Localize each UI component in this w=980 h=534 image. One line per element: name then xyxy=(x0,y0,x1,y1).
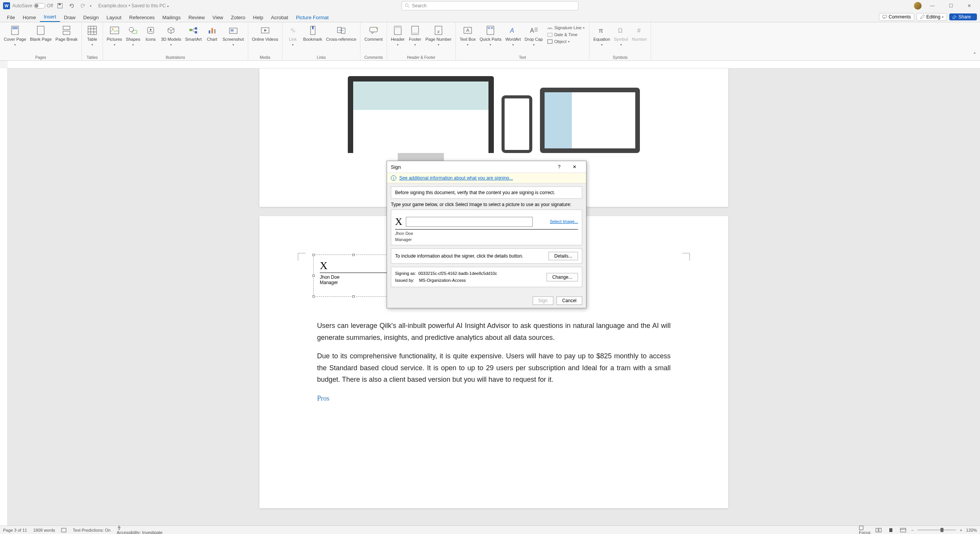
svg-point-16 xyxy=(112,28,113,30)
tab-layout[interactable]: Layout xyxy=(103,13,125,22)
object-button[interactable]: Object▾ xyxy=(546,38,585,45)
tab-zotero[interactable]: Zotero xyxy=(227,13,249,22)
group-comments: +Comment Comments xyxy=(360,22,387,60)
cross-reference-button[interactable]: Cross-reference xyxy=(324,24,358,43)
tab-mailings[interactable]: Mailings xyxy=(159,13,185,22)
textbox-icon: A xyxy=(463,25,473,35)
cube-icon xyxy=(166,25,176,35)
tab-help[interactable]: Help xyxy=(249,13,267,22)
shapes-button[interactable]: Shapes▾ xyxy=(125,24,142,48)
user-avatar[interactable] xyxy=(914,2,922,10)
tab-draw[interactable]: Draw xyxy=(60,13,79,22)
svg-line-3 xyxy=(408,7,410,8)
bookmark-button[interactable]: Bookmark xyxy=(302,24,324,43)
header-icon xyxy=(393,25,403,35)
autosave-toggle[interactable]: AutoSave Off xyxy=(12,3,53,8)
svg-rect-7 xyxy=(37,26,44,35)
page-break-button[interactable]: Page Break xyxy=(54,24,79,43)
group-label-illustrations: Illustrations xyxy=(105,55,246,60)
date-time-button[interactable]: Date & Time xyxy=(546,32,585,38)
online-videos-button[interactable]: Online Videos xyxy=(251,24,280,43)
autosave-switch[interactable] xyxy=(34,3,45,8)
footer-button[interactable]: Footer▾ xyxy=(407,24,423,48)
undo-icon[interactable] xyxy=(67,1,76,10)
minimize-icon[interactable]: — xyxy=(925,0,940,12)
signature-line-button[interactable]: Signature Line▾ xyxy=(546,25,585,31)
tab-insert[interactable]: Insert xyxy=(40,12,60,22)
text-box-button[interactable]: AText Box▾ xyxy=(458,24,477,48)
blank-page-button[interactable]: Blank Page xyxy=(28,24,53,43)
comments-button[interactable]: Comments xyxy=(879,13,914,21)
svg-text:π: π xyxy=(599,27,603,34)
video-icon xyxy=(260,25,270,35)
document-title[interactable]: Example.docx • Saved to this PC ▾ xyxy=(98,3,169,8)
svg-rect-26 xyxy=(209,30,210,33)
quick-parts-button[interactable]: Quick Parts▾ xyxy=(478,24,503,48)
chart-button[interactable]: Chart xyxy=(204,24,220,43)
share-button[interactable]: Share▾ xyxy=(949,13,977,20)
tab-view[interactable]: View xyxy=(209,13,227,22)
comment-button[interactable]: +Comment xyxy=(363,24,384,43)
horizontal-ruler[interactable] xyxy=(8,61,980,68)
group-pages: Cover Page▾ Blank Page Page Break Pages xyxy=(0,22,82,60)
close-icon[interactable]: ✕ xyxy=(962,0,977,12)
editing-mode-button[interactable]: Editing▾ xyxy=(917,13,947,21)
group-symbols: πEquation▾ ΩSymbol▾ #Number Symbols xyxy=(590,22,651,60)
svg-line-24 xyxy=(192,28,195,30)
autosave-label: AutoSave xyxy=(12,3,32,8)
tab-design[interactable]: Design xyxy=(80,13,103,22)
table-button[interactable]: Table▾ xyxy=(84,24,100,48)
equation-button[interactable]: πEquation▾ xyxy=(592,24,611,48)
symbol-button[interactable]: ΩSymbol▾ xyxy=(613,24,630,48)
number-button[interactable]: #Number xyxy=(630,24,648,43)
smartart-icon xyxy=(188,25,198,35)
icons-button[interactable]: Icons xyxy=(143,24,159,43)
crossref-icon xyxy=(336,25,346,35)
tab-acrobat[interactable]: Acrobat xyxy=(267,13,292,22)
svg-rect-4 xyxy=(883,15,887,18)
smartart-button[interactable]: SmartArt xyxy=(183,24,203,43)
svg-rect-15 xyxy=(110,27,119,34)
qat-more-icon[interactable]: ▾ xyxy=(90,4,91,8)
wordart-button[interactable]: AWordArt▾ xyxy=(504,24,522,48)
search-box[interactable]: Search xyxy=(402,1,578,10)
pencil-icon xyxy=(920,15,925,19)
header-button[interactable]: Header▾ xyxy=(389,24,406,48)
cover-page-button[interactable]: Cover Page▾ xyxy=(2,24,28,48)
symbol-icon: Ω xyxy=(616,25,626,35)
page-number-icon: # xyxy=(434,25,443,35)
3d-models-button[interactable]: 3D Models▾ xyxy=(159,24,183,48)
group-label-symbols: Symbols xyxy=(592,55,648,60)
ribbon: Cover Page▾ Blank Page Page Break Pages … xyxy=(0,22,980,61)
autosave-state: Off xyxy=(47,3,53,8)
svg-point-2 xyxy=(405,4,409,7)
search-placeholder: Search xyxy=(412,3,427,8)
drop-cap-button[interactable]: ADrop Cap▾ xyxy=(523,24,544,48)
maximize-icon[interactable]: ☐ xyxy=(943,0,958,12)
pictures-button[interactable]: Pictures▾ xyxy=(105,24,124,48)
page-number-button[interactable]: #Page Number▾ xyxy=(424,24,453,48)
word-app-icon: W xyxy=(3,2,10,9)
svg-point-20 xyxy=(150,29,151,30)
link-icon xyxy=(288,25,298,35)
tab-picture-format[interactable]: Picture Format xyxy=(292,13,332,22)
tab-file[interactable]: File xyxy=(3,13,19,22)
tab-references[interactable]: References xyxy=(125,13,158,22)
link-button[interactable]: Link▾ xyxy=(285,24,301,48)
svg-text:#: # xyxy=(437,30,440,34)
calendar-icon xyxy=(547,32,553,37)
tab-home[interactable]: Home xyxy=(19,13,40,22)
number-icon: # xyxy=(635,25,644,35)
svg-rect-30 xyxy=(231,29,234,32)
blank-page-icon xyxy=(36,25,46,35)
ribbon-collapse-icon[interactable]: ˄ xyxy=(973,52,976,59)
screenshot-button[interactable]: Screenshot▾ xyxy=(221,24,246,48)
svg-rect-21 xyxy=(189,29,192,31)
group-label-header-footer: Header & Footer xyxy=(389,55,453,60)
tab-review[interactable]: Review xyxy=(184,13,209,22)
object-icon xyxy=(547,39,553,44)
save-icon[interactable] xyxy=(55,1,65,10)
svg-rect-54 xyxy=(548,40,552,43)
redo-icon[interactable] xyxy=(78,1,88,10)
group-illustrations: Pictures▾ Shapes▾ Icons 3D Models▾ Smart… xyxy=(103,22,248,60)
